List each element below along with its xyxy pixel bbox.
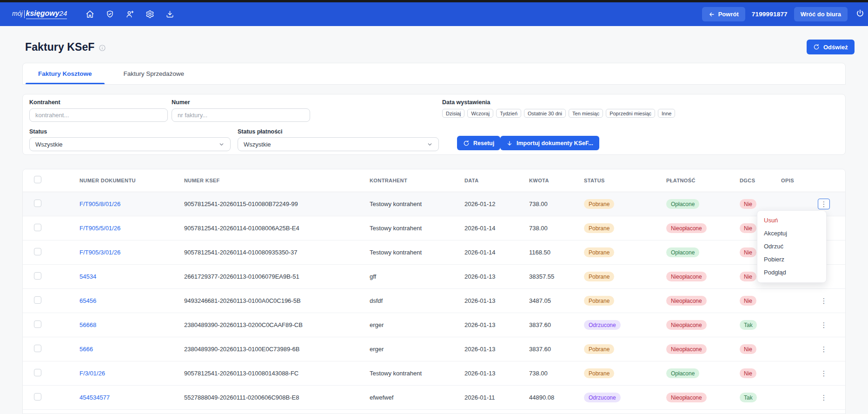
row-checkbox[interactable] (34, 248, 41, 255)
return-to-office-button[interactable]: Wróć do biura (794, 7, 848, 21)
ksef-number-cell: 9057812541-20260115-010080B72249-99 (173, 200, 358, 207)
amount-cell: 3487.05 (518, 297, 573, 304)
table-row: 4545345775527888049-20260111-0200606C908… (23, 386, 845, 410)
column-header: KWOTA (518, 178, 573, 183)
payment-badge: Opłacone (666, 247, 699, 257)
status-badge: Pobrane (584, 272, 614, 281)
row-checkbox[interactable] (34, 296, 41, 304)
status-badge: Pobrane (584, 247, 614, 257)
date-cell: 2026-01-14 (453, 249, 518, 256)
invoice-number-input[interactable] (172, 108, 310, 122)
date-cell: 2026-01-13 (453, 346, 518, 353)
arrow-left-icon (709, 11, 715, 18)
date-filter-chip[interactable]: Poprzedni miesiąc (606, 109, 655, 118)
row-checkbox[interactable] (34, 393, 41, 401)
amount-cell: 1168.50 (518, 249, 573, 256)
context-menu-item[interactable]: Podgląd (757, 266, 826, 279)
row-checkbox[interactable] (34, 369, 41, 376)
logo-prefix: mój (12, 10, 23, 17)
ksef-number-cell: 5527888049-20260111-0200606C908B-E8 (173, 394, 358, 401)
row-actions-button[interactable]: ⋮ (818, 344, 830, 354)
issue-date-label: Data wystawienia (442, 99, 675, 106)
row-actions-button[interactable]: ⋮ (818, 392, 830, 403)
context-menu-item[interactable]: Akceptuj (757, 227, 826, 240)
amount-cell: 738.00 (518, 225, 573, 232)
import-ksef-button[interactable]: Importuj dokumenty KSeF... (500, 136, 599, 150)
refresh-icon (463, 140, 470, 147)
date-filter-chip[interactable]: Dzisiaj (442, 109, 464, 118)
date-filter-chip[interactable]: Inne (658, 109, 675, 118)
row-actions-button[interactable]: ⋮ (818, 368, 830, 379)
table-header-row: NUMER DOKUMENTUNUMER KSEFKONTRAHENTDATAK… (23, 169, 845, 192)
refresh-button[interactable]: Odśwież (807, 40, 855, 54)
amount-cell: 738.00 (518, 370, 573, 377)
context-menu-item[interactable]: Usuń (757, 214, 826, 227)
info-icon[interactable] (99, 44, 106, 52)
kontrahent-filter-group: Kontrahent (29, 99, 168, 122)
payment-badge: Nieopłacone (666, 320, 707, 330)
logo-suffix: 24 (60, 9, 67, 17)
row-checkbox[interactable] (34, 321, 41, 328)
top-navbar: mój księgowy24 Powrót 7199991877 Wróć do… (0, 2, 868, 26)
tab-faktury-kosztowe[interactable]: Faktury Kosztowe (26, 63, 105, 84)
payment-badge: Nieopłacone (666, 344, 707, 354)
amount-cell: 738.00 (518, 200, 573, 207)
document-number-link[interactable]: 65456 (80, 297, 96, 304)
document-number-link[interactable]: 454534577 (80, 394, 110, 401)
chevron-down-icon (219, 141, 225, 147)
document-number-link[interactable]: F/T905/3/01/26 (80, 249, 120, 256)
row-checkbox[interactable] (34, 272, 41, 280)
row-checkbox[interactable] (34, 200, 41, 207)
back-button[interactable]: Powrót (702, 7, 745, 21)
kontrahent-cell: Testowy kontrahent (358, 225, 453, 232)
date-filter-chip[interactable]: Ostatnie 30 dni (524, 109, 566, 118)
kontrahent-label: Kontrahent (29, 99, 168, 106)
status-select[interactable]: Wszystkie (29, 137, 231, 151)
gear-icon[interactable] (143, 7, 157, 21)
date-filter-chip[interactable]: Ten miesiąc (569, 109, 603, 118)
document-number-link[interactable]: F/T905/8/01/26 (80, 200, 120, 207)
row-checkbox[interactable] (34, 224, 41, 231)
document-number-link[interactable]: 56668 (80, 321, 96, 328)
reset-button[interactable]: Resetuj (457, 136, 500, 150)
document-number-link[interactable]: F/3/01/26 (80, 370, 105, 377)
payment-badge: Opłacone (666, 199, 699, 209)
table-body: F/T905/8/01/269057812541-20260115-010080… (23, 192, 845, 410)
status-badge: Pobrane (584, 296, 614, 306)
document-number-link[interactable]: F/T905/5/01/26 (80, 225, 120, 232)
document-number-link[interactable]: 5666 (80, 346, 93, 353)
home-icon[interactable] (83, 7, 97, 21)
context-menu-item[interactable]: Pobierz (757, 253, 826, 266)
status-badge: Pobrane (584, 199, 614, 209)
kontrahent-input[interactable] (29, 108, 168, 122)
date-cell: 2026-01-13 (453, 297, 518, 304)
shield-check-icon[interactable] (103, 7, 117, 21)
ksef-number-cell: 9057812541-20260114-01008006A25B-E4 (173, 225, 358, 232)
user-plus-icon[interactable] (123, 7, 137, 21)
dgcs-badge: Tak (740, 320, 757, 330)
status-badge: Pobrane (584, 368, 614, 378)
column-header: OPIS (770, 178, 846, 183)
table-row: F/T905/8/01/269057812541-20260115-010080… (23, 192, 845, 216)
date-filter-chip[interactable]: Tydzień (496, 109, 521, 118)
row-checkbox[interactable] (34, 345, 41, 352)
download-icon[interactable] (163, 7, 177, 21)
dgcs-badge: Nie (740, 247, 756, 257)
page-header: Faktury KSeF (25, 41, 106, 53)
power-icon[interactable] (854, 8, 866, 20)
date-cell: 2026-01-13 (453, 273, 518, 280)
brand-logo[interactable]: mój księgowy24 (12, 9, 67, 19)
payment-status-select[interactable]: Wszystkie (238, 137, 439, 151)
select-all-checkbox[interactable] (34, 176, 41, 183)
row-actions-button[interactable]: ⋮ (818, 199, 830, 209)
kontrahent-cell: erger (358, 321, 453, 328)
payment-badge: Opłacone (666, 368, 699, 378)
status-badge: Pobrane (584, 344, 614, 354)
tab-faktury-sprzedazowe[interactable]: Faktury Sprzedażowe (111, 63, 197, 84)
document-number-link[interactable]: 54534 (80, 273, 96, 280)
context-menu-item[interactable]: Odrzuć (757, 240, 826, 253)
row-actions-button[interactable]: ⋮ (818, 295, 830, 306)
amount-cell: 3837.60 (518, 321, 573, 328)
date-filter-chip[interactable]: Wczoraj (467, 109, 493, 118)
row-actions-button[interactable]: ⋮ (818, 320, 830, 330)
